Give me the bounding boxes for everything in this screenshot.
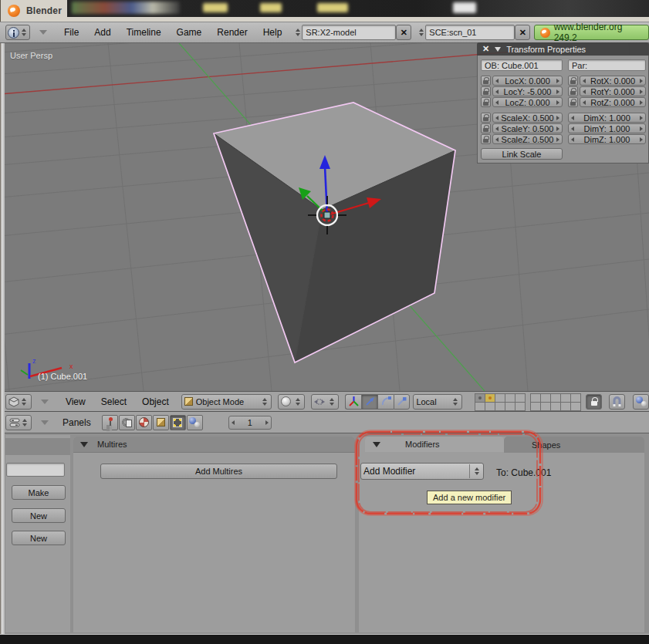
locy-field[interactable]: LocY: -5.000 <box>492 86 563 96</box>
menu-help[interactable]: Help <box>255 27 290 38</box>
menu-timeline[interactable]: Timeline <box>119 27 169 38</box>
increment-icon[interactable] <box>556 89 559 94</box>
render-preview-button[interactable] <box>633 394 649 410</box>
scalex-field[interactable]: ScaleX: 0.500 <box>492 113 563 123</box>
lock-scalez-button[interactable] <box>481 134 491 144</box>
pivot-dropdown[interactable] <box>311 394 339 410</box>
dimx-field[interactable]: DimX: 1.000 <box>568 113 646 123</box>
lock-locx-button[interactable] <box>481 76 491 86</box>
editor-type-dropdown[interactable] <box>5 394 32 410</box>
collapse-triangle-icon[interactable] <box>373 442 380 447</box>
lock-scaley-button[interactable] <box>481 123 491 133</box>
scene-context-button[interactable] <box>187 415 203 430</box>
manipulator-toggle-button[interactable] <box>345 394 361 410</box>
dimy-field[interactable]: DimY: 1.000 <box>568 123 646 133</box>
decrement-icon[interactable] <box>583 100 586 105</box>
scalez-field[interactable]: ScaleZ: 0.500 <box>492 134 563 144</box>
tab-modifiers[interactable]: Modifiers <box>365 437 504 453</box>
decrement-icon[interactable] <box>583 89 586 94</box>
scene-browse-stepper[interactable] <box>417 26 425 39</box>
increment-icon[interactable] <box>640 137 643 142</box>
draw-type-dropdown[interactable] <box>278 394 305 410</box>
decrement-icon[interactable] <box>495 116 499 120</box>
snap-button[interactable] <box>609 394 625 410</box>
logic-context-button[interactable] <box>102 415 118 430</box>
increment-icon[interactable] <box>556 116 559 120</box>
layer-18[interactable] <box>550 402 561 411</box>
editor-type-dropdown[interactable] <box>5 415 32 430</box>
decrement-icon[interactable] <box>571 126 574 131</box>
increment-icon[interactable] <box>265 420 269 425</box>
lock-locy-button[interactable] <box>481 86 491 96</box>
scene-name-field[interactable]: SCE:scn_01 <box>425 25 515 40</box>
menu-file[interactable]: File <box>56 27 86 38</box>
scaley-field[interactable]: ScaleY: 0.500 <box>492 123 563 133</box>
decrement-icon[interactable] <box>495 100 499 105</box>
layer-19[interactable] <box>560 402 571 411</box>
lock-locz-button[interactable] <box>481 97 491 107</box>
decrement-icon[interactable] <box>495 126 499 131</box>
scale-manipulator-button[interactable] <box>394 394 410 410</box>
new-button-2[interactable]: New <box>12 531 66 545</box>
increment-icon[interactable] <box>640 79 643 83</box>
parent-field[interactable]: Par: <box>568 59 646 71</box>
rotate-manipulator-button[interactable] <box>377 394 394 410</box>
increment-icon[interactable] <box>640 100 643 105</box>
transform-orientation-dropdown[interactable]: Local <box>413 394 462 410</box>
link-scale-button[interactable]: Link Scale <box>481 148 563 160</box>
rotx-field[interactable]: RotX: 0.000 <box>580 76 646 86</box>
menu-render[interactable]: Render <box>209 27 255 38</box>
scene-close-button[interactable]: ✕ <box>515 25 530 40</box>
close-icon[interactable]: ✕ <box>482 44 489 54</box>
layer-11[interactable] <box>475 402 485 411</box>
transform-panel-header[interactable]: ✕ Transform Properties <box>477 42 649 56</box>
increment-icon[interactable] <box>556 100 559 105</box>
add-multires-button[interactable]: Add Multires <box>100 464 337 479</box>
layer-13[interactable] <box>495 402 505 411</box>
decrement-icon[interactable] <box>583 79 586 83</box>
increment-icon[interactable] <box>556 79 559 83</box>
object-context-button[interactable] <box>153 415 169 430</box>
screen-name-field[interactable]: SR:X2-model <box>302 25 396 40</box>
decrement-icon[interactable] <box>495 79 499 83</box>
header-collapse-icon[interactable] <box>39 30 47 35</box>
lock-scalex-button[interactable] <box>481 113 491 123</box>
increment-icon[interactable] <box>640 89 643 94</box>
lock-roty-button[interactable] <box>568 86 578 96</box>
increment-icon[interactable] <box>556 126 559 131</box>
decrement-icon[interactable] <box>232 420 235 425</box>
decrement-icon[interactable] <box>495 89 499 94</box>
shading-context-button[interactable] <box>136 415 152 430</box>
layer-20[interactable] <box>570 402 581 411</box>
screen-browse-stepper[interactable] <box>294 26 302 39</box>
roty-field[interactable]: RotY: 0.000 <box>580 86 646 96</box>
window-type-dropdown[interactable] <box>5 25 30 40</box>
ob-name-field[interactable]: OB: Cube.001 <box>481 59 563 71</box>
increment-icon[interactable] <box>556 137 559 142</box>
layer-16[interactable] <box>530 402 541 411</box>
menu-select[interactable]: Select <box>93 396 134 407</box>
header-collapse-icon[interactable] <box>41 400 49 404</box>
layer-14[interactable] <box>505 402 515 411</box>
decrement-icon[interactable] <box>571 116 574 120</box>
lock-rotz-button[interactable] <box>568 97 578 107</box>
increment-icon[interactable] <box>640 126 643 131</box>
editing-context-button[interactable] <box>170 415 186 430</box>
buttons-window[interactable]: Make New New Multires Add Multires Modif… <box>0 433 649 634</box>
decrement-icon[interactable] <box>495 137 499 142</box>
lock-rotx-button[interactable] <box>568 76 578 86</box>
lock-layers-button[interactable] <box>586 394 602 410</box>
layer-17[interactable] <box>540 402 551 411</box>
decrement-icon[interactable] <box>571 137 574 142</box>
make-button[interactable]: Make <box>12 485 66 500</box>
collapse-triangle-icon[interactable] <box>495 47 501 52</box>
frame-number-field[interactable]: 1 <box>228 416 272 430</box>
menu-add[interactable]: Add <box>86 27 118 38</box>
menu-object[interactable]: Object <box>134 396 177 407</box>
links-panel-header[interactable] <box>5 438 70 455</box>
mode-dropdown[interactable]: Object Mode <box>181 394 272 410</box>
rotz-field[interactable]: RotZ: 0.000 <box>580 97 646 107</box>
tab-shapes[interactable]: Shapes <box>504 437 644 453</box>
new-button-1[interactable]: New <box>12 508 66 523</box>
translate-manipulator-button[interactable] <box>361 394 377 410</box>
